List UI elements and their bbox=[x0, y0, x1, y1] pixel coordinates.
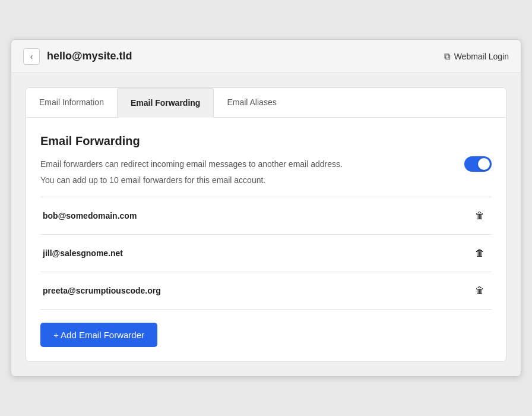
tab-email-aliases[interactable]: Email Aliases bbox=[214, 88, 289, 118]
content-area: Email Information Email Forwarding Email… bbox=[11, 73, 521, 376]
header-left: ‹ hello@mysite.tld bbox=[23, 48, 132, 65]
card-body: Email Forwarding Email forwarders can re… bbox=[26, 118, 506, 361]
trash-icon: 🗑 bbox=[475, 210, 484, 220]
tab-email-forwarding[interactable]: Email Forwarding bbox=[117, 88, 214, 118]
forwarder-row: bob@somedomain.com 🗑 bbox=[40, 197, 492, 235]
forwarder-row: preeta@scrumptiouscode.org 🗑 bbox=[40, 272, 492, 310]
section-title: Email Forwarding bbox=[40, 134, 492, 148]
account-title: hello@mysite.tld bbox=[47, 50, 132, 62]
forwarder-email: preeta@scrumptiouscode.org bbox=[43, 286, 161, 295]
trash-icon: 🗑 bbox=[475, 248, 484, 258]
webmail-login-link[interactable]: ⧉ Webmail Login bbox=[444, 51, 509, 62]
external-link-icon: ⧉ bbox=[444, 51, 451, 62]
add-email-forwarder-button[interactable]: + Add Email Forwarder bbox=[40, 323, 157, 347]
trash-icon: 🗑 bbox=[475, 285, 484, 295]
add-label: + Add Email Forwarder bbox=[53, 330, 144, 340]
main-window: ‹ hello@mysite.tld ⧉ Webmail Login Email… bbox=[11, 39, 521, 377]
delete-button-1[interactable]: 🗑 bbox=[470, 245, 489, 261]
forwarder-email: jill@salesgnome.net bbox=[43, 248, 123, 258]
back-icon: ‹ bbox=[30, 52, 33, 61]
delete-button-2[interactable]: 🗑 bbox=[470, 283, 489, 298]
card: Email Information Email Forwarding Email… bbox=[26, 87, 506, 362]
description-text: Email forwarders can redirect incoming e… bbox=[40, 159, 343, 169]
webmail-login-label: Webmail Login bbox=[454, 52, 509, 61]
description-row: Email forwarders can redirect incoming e… bbox=[40, 156, 492, 172]
forwarder-email: bob@somedomain.com bbox=[43, 211, 137, 220]
delete-button-0[interactable]: 🗑 bbox=[470, 208, 489, 223]
forwarding-toggle[interactable] bbox=[464, 156, 492, 172]
header: ‹ hello@mysite.tld ⧉ Webmail Login bbox=[11, 40, 521, 73]
sub-description: You can add up to 10 email forwarders fo… bbox=[40, 175, 492, 185]
back-button[interactable]: ‹ bbox=[23, 48, 40, 65]
tabs-bar: Email Information Email Forwarding Email… bbox=[26, 88, 506, 118]
forwarder-list: bob@somedomain.com 🗑 jill@salesgnome.net… bbox=[40, 197, 492, 310]
tab-email-information[interactable]: Email Information bbox=[26, 88, 117, 118]
forwarder-row: jill@salesgnome.net 🗑 bbox=[40, 235, 492, 272]
